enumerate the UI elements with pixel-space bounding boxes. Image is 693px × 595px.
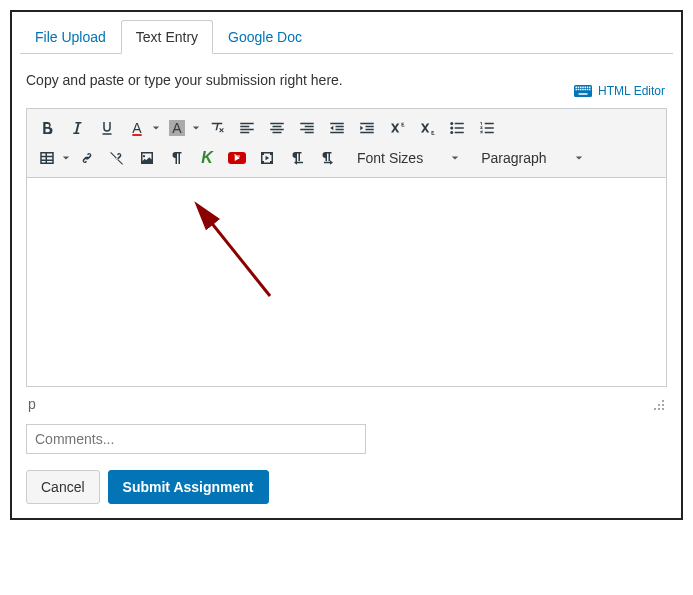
align-right-button[interactable] [293,115,321,141]
svg-point-22 [658,404,660,406]
underline-icon [98,119,116,137]
outdent-button[interactable] [323,115,351,141]
font-sizes-select[interactable]: Font Sizes [351,148,465,168]
clear-format-icon [208,119,226,137]
superscript-button[interactable] [383,115,411,141]
text-color-icon: A [132,120,141,136]
outdent-icon [328,119,346,137]
svg-point-17 [450,127,453,130]
cancel-button[interactable]: Cancel [26,470,100,504]
svg-rect-13 [587,89,589,91]
html-editor-toggle[interactable]: HTML Editor [574,84,665,98]
unlink-button[interactable] [103,145,131,171]
svg-point-24 [654,408,656,410]
editor-status-bar: p [26,390,667,418]
paragraph-select[interactable]: Paragraph [475,148,588,168]
clear-formatting-button[interactable] [203,115,231,141]
svg-rect-7 [589,87,591,89]
table-button[interactable] [33,145,71,171]
align-left-icon [238,119,256,137]
youtube-button[interactable]: You [223,145,251,171]
align-center-icon [268,119,286,137]
subscript-icon [418,119,436,137]
action-buttons: Cancel Submit Assignment [26,470,667,504]
bullet-list-icon [448,119,466,137]
numbered-list-icon [478,119,496,137]
bullet-list-button[interactable] [443,115,471,141]
rich-text-toolbar: A A [26,108,667,177]
element-path: p [28,396,36,412]
keyboard-icon [574,84,592,98]
table-icon [38,149,56,167]
svg-rect-8 [576,89,578,91]
svg-rect-9 [578,89,580,91]
ltr-button[interactable] [283,145,311,171]
pilcrow-button[interactable] [163,145,191,171]
chevron-down-icon [61,154,71,162]
bg-color-button[interactable]: A [163,115,201,141]
indent-icon [358,119,376,137]
subscript-button[interactable] [413,115,441,141]
toolbar-row-2: K You Font Sizes Paragraph [33,143,660,173]
svg-text:You: You [234,154,240,158]
tab-content: Copy and paste or type your submission r… [20,54,673,510]
svg-point-16 [450,122,453,125]
k-icon: K [201,149,213,167]
svg-rect-2 [578,87,580,89]
svg-point-23 [662,404,664,406]
svg-rect-5 [585,87,587,89]
rich-text-editor[interactable] [26,177,667,387]
chevron-down-icon [451,154,459,162]
align-center-button[interactable] [263,115,291,141]
link-button[interactable] [73,145,101,171]
underline-button[interactable] [93,115,121,141]
equation-button[interactable]: K [193,145,221,171]
comments-input[interactable] [26,424,366,454]
bold-icon [38,119,56,137]
tab-file-upload[interactable]: File Upload [20,20,121,54]
align-left-button[interactable] [233,115,261,141]
rtl-icon [318,149,336,167]
svg-rect-15 [579,93,588,95]
svg-point-18 [450,131,453,134]
superscript-icon [388,119,406,137]
html-editor-label: HTML Editor [598,84,665,98]
link-icon [78,149,96,167]
svg-rect-6 [587,87,589,89]
submit-button[interactable]: Submit Assignment [108,470,269,504]
font-sizes-label: Font Sizes [357,150,423,166]
svg-rect-3 [580,87,582,89]
svg-point-21 [662,400,664,402]
italic-button[interactable] [63,115,91,141]
toolbar-row-1: A A [33,113,660,143]
svg-rect-11 [582,89,584,91]
indent-button[interactable] [353,115,381,141]
svg-point-25 [658,408,660,410]
text-color-button[interactable]: A [123,115,161,141]
svg-rect-1 [576,87,578,89]
media-button[interactable] [253,145,281,171]
rtl-button[interactable] [313,145,341,171]
media-icon [258,149,276,167]
resize-handle[interactable] [653,398,665,410]
svg-rect-14 [589,89,591,91]
align-right-icon [298,119,316,137]
paragraph-label: Paragraph [481,150,546,166]
tab-text-entry[interactable]: Text Entry [121,20,213,54]
numbered-list-button[interactable] [473,115,501,141]
chevron-down-icon [151,124,161,132]
svg-rect-4 [582,87,584,89]
tab-bar: File Upload Text Entry Google Doc [20,20,673,54]
chevron-down-icon [575,154,583,162]
pilcrow-icon [168,149,186,167]
resize-icon [653,399,665,411]
italic-icon [68,119,86,137]
unlink-icon [108,149,126,167]
chevron-down-icon [191,124,201,132]
svg-rect-12 [585,89,587,91]
image-button[interactable] [133,145,161,171]
bold-button[interactable] [33,115,61,141]
assignment-panel: File Upload Text Entry Google Doc Copy a… [10,10,683,520]
svg-rect-10 [580,89,582,91]
tab-google-doc[interactable]: Google Doc [213,20,317,54]
